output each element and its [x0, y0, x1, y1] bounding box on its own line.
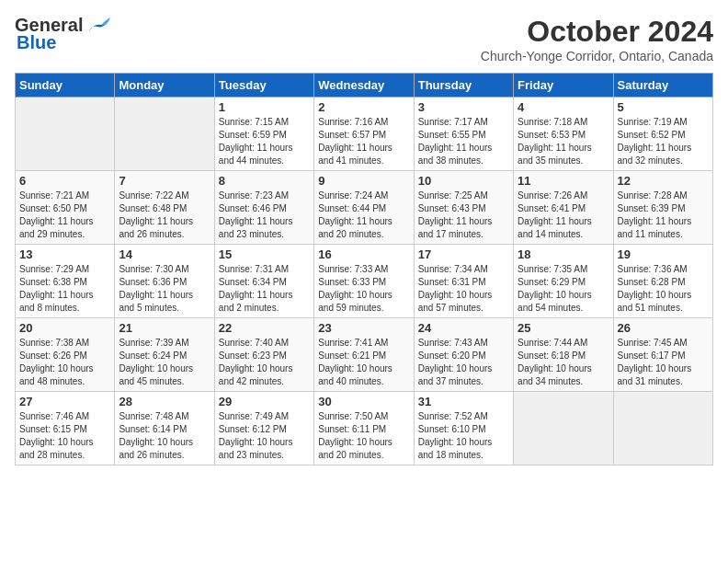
calendar-cell: 4 Sunrise: 7:18 AMSunset: 6:53 PMDayligh… — [514, 98, 613, 171]
header-row: SundayMondayTuesdayWednesdayThursdayFrid… — [16, 74, 713, 98]
day-info: Sunrise: 7:40 AMSunset: 6:23 PMDaylight:… — [219, 337, 310, 388]
calendar-cell: 25 Sunrise: 7:44 AMSunset: 6:18 PMDaylig… — [514, 318, 613, 392]
calendar-cell — [115, 98, 214, 171]
calendar-cell: 21 Sunrise: 7:39 AMSunset: 6:24 PMDaylig… — [115, 318, 214, 392]
calendar-cell: 9 Sunrise: 7:24 AMSunset: 6:44 PMDayligh… — [314, 171, 414, 245]
day-info: Sunrise: 7:26 AMSunset: 6:41 PMDaylight:… — [518, 190, 609, 241]
day-info: Sunrise: 7:25 AMSunset: 6:43 PMDaylight:… — [418, 190, 509, 241]
day-info: Sunrise: 7:45 AMSunset: 6:17 PMDaylight:… — [618, 337, 709, 388]
day-number: 17 — [418, 247, 509, 261]
header-friday: Friday — [514, 74, 613, 98]
day-info: Sunrise: 7:50 AMSunset: 6:11 PMDaylight:… — [318, 410, 409, 462]
day-number: 29 — [219, 395, 310, 408]
day-number: 10 — [418, 174, 509, 188]
calendar-cell: 17 Sunrise: 7:34 AMSunset: 6:31 PMDaylig… — [414, 245, 513, 318]
calendar-cell: 20 Sunrise: 7:38 AMSunset: 6:26 PMDaylig… — [16, 318, 115, 392]
day-number: 18 — [518, 247, 609, 261]
logo-bird-icon — [85, 16, 110, 36]
calendar-cell: 8 Sunrise: 7:23 AMSunset: 6:46 PMDayligh… — [214, 171, 313, 245]
calendar-cell: 11 Sunrise: 7:26 AMSunset: 6:41 PMDaylig… — [514, 171, 613, 245]
calendar-cell — [16, 98, 115, 171]
day-info: Sunrise: 7:18 AMSunset: 6:53 PMDaylight:… — [518, 116, 609, 167]
day-number: 13 — [19, 247, 110, 261]
day-info: Sunrise: 7:28 AMSunset: 6:39 PMDaylight:… — [618, 190, 709, 241]
day-number: 31 — [418, 395, 509, 408]
day-info: Sunrise: 7:35 AMSunset: 6:29 PMDaylight:… — [518, 263, 609, 315]
calendar-cell: 31 Sunrise: 7:52 AMSunset: 6:10 PMDaylig… — [414, 392, 513, 465]
day-number: 25 — [518, 321, 609, 335]
day-info: Sunrise: 7:49 AMSunset: 6:12 PMDaylight:… — [219, 410, 310, 462]
day-info: Sunrise: 7:23 AMSunset: 6:46 PMDaylight:… — [219, 190, 310, 241]
day-number: 12 — [618, 174, 709, 188]
header-wednesday: Wednesday — [314, 74, 414, 98]
calendar-cell: 19 Sunrise: 7:36 AMSunset: 6:28 PMDaylig… — [613, 245, 712, 318]
day-number: 26 — [618, 321, 709, 335]
day-info: Sunrise: 7:48 AMSunset: 6:14 PMDaylight:… — [119, 410, 210, 462]
month-title: October 2024 — [481, 15, 713, 49]
day-info: Sunrise: 7:24 AMSunset: 6:44 PMDaylight:… — [318, 190, 409, 241]
calendar-cell: 22 Sunrise: 7:40 AMSunset: 6:23 PMDaylig… — [214, 318, 313, 392]
day-info: Sunrise: 7:16 AMSunset: 6:57 PMDaylight:… — [318, 116, 409, 167]
day-number: 3 — [418, 100, 509, 114]
calendar-cell: 13 Sunrise: 7:29 AMSunset: 6:38 PMDaylig… — [16, 245, 115, 318]
calendar-table: SundayMondayTuesdayWednesdayThursdayFrid… — [15, 73, 713, 465]
day-info: Sunrise: 7:31 AMSunset: 6:34 PMDaylight:… — [219, 263, 310, 315]
calendar-cell: 23 Sunrise: 7:41 AMSunset: 6:21 PMDaylig… — [314, 318, 414, 392]
day-number: 15 — [219, 247, 310, 261]
week-row-1: 1 Sunrise: 7:15 AMSunset: 6:59 PMDayligh… — [16, 98, 713, 171]
day-number: 14 — [119, 247, 210, 261]
week-row-3: 13 Sunrise: 7:29 AMSunset: 6:38 PMDaylig… — [16, 245, 713, 318]
day-info: Sunrise: 7:34 AMSunset: 6:31 PMDaylight:… — [418, 263, 509, 315]
calendar-cell: 15 Sunrise: 7:31 AMSunset: 6:34 PMDaylig… — [214, 245, 313, 318]
calendar-cell: 12 Sunrise: 7:28 AMSunset: 6:39 PMDaylig… — [613, 171, 712, 245]
calendar-cell: 29 Sunrise: 7:49 AMSunset: 6:12 PMDaylig… — [214, 392, 313, 465]
logo: General Blue — [15, 15, 110, 53]
day-info: Sunrise: 7:39 AMSunset: 6:24 PMDaylight:… — [119, 337, 210, 388]
location-title: Church-Yonge Corridor, Ontario, Canada — [481, 49, 713, 63]
calendar-cell: 26 Sunrise: 7:45 AMSunset: 6:17 PMDaylig… — [613, 318, 712, 392]
calendar-cell — [613, 392, 712, 465]
title-section: October 2024 Church-Yonge Corridor, Onta… — [481, 15, 713, 63]
day-info: Sunrise: 7:41 AMSunset: 6:21 PMDaylight:… — [318, 337, 409, 388]
day-number: 20 — [19, 321, 110, 335]
day-number: 28 — [119, 395, 210, 408]
calendar-cell: 30 Sunrise: 7:50 AMSunset: 6:11 PMDaylig… — [314, 392, 414, 465]
day-number: 16 — [318, 247, 409, 261]
day-number: 21 — [119, 321, 210, 335]
calendar-cell: 27 Sunrise: 7:46 AMSunset: 6:15 PMDaylig… — [16, 392, 115, 465]
calendar-cell: 5 Sunrise: 7:19 AMSunset: 6:52 PMDayligh… — [613, 98, 712, 171]
calendar-cell: 24 Sunrise: 7:43 AMSunset: 6:20 PMDaylig… — [414, 318, 513, 392]
day-number: 8 — [219, 174, 310, 188]
calendar-cell: 16 Sunrise: 7:33 AMSunset: 6:33 PMDaylig… — [314, 245, 414, 318]
day-info: Sunrise: 7:44 AMSunset: 6:18 PMDaylight:… — [518, 337, 609, 388]
header-saturday: Saturday — [613, 74, 712, 98]
calendar-cell: 1 Sunrise: 7:15 AMSunset: 6:59 PMDayligh… — [214, 98, 313, 171]
day-info: Sunrise: 7:36 AMSunset: 6:28 PMDaylight:… — [618, 263, 709, 315]
calendar-cell: 7 Sunrise: 7:22 AMSunset: 6:48 PMDayligh… — [115, 171, 214, 245]
day-info: Sunrise: 7:43 AMSunset: 6:20 PMDaylight:… — [418, 337, 509, 388]
header-thursday: Thursday — [414, 74, 513, 98]
day-info: Sunrise: 7:29 AMSunset: 6:38 PMDaylight:… — [19, 263, 110, 315]
day-info: Sunrise: 7:30 AMSunset: 6:36 PMDaylight:… — [119, 263, 210, 315]
day-info: Sunrise: 7:15 AMSunset: 6:59 PMDaylight:… — [219, 116, 310, 167]
day-number: 2 — [318, 100, 409, 114]
day-number: 1 — [219, 100, 310, 114]
day-info: Sunrise: 7:33 AMSunset: 6:33 PMDaylight:… — [318, 263, 409, 315]
day-info: Sunrise: 7:21 AMSunset: 6:50 PMDaylight:… — [19, 190, 110, 241]
day-number: 9 — [318, 174, 409, 188]
week-row-5: 27 Sunrise: 7:46 AMSunset: 6:15 PMDaylig… — [16, 392, 713, 465]
calendar-cell: 6 Sunrise: 7:21 AMSunset: 6:50 PMDayligh… — [16, 171, 115, 245]
day-info: Sunrise: 7:17 AMSunset: 6:55 PMDaylight:… — [418, 116, 509, 167]
calendar-cell: 14 Sunrise: 7:30 AMSunset: 6:36 PMDaylig… — [115, 245, 214, 318]
header-monday: Monday — [115, 74, 214, 98]
page-header: General Blue October 2024 Church-Yonge C… — [15, 15, 713, 63]
calendar-cell: 28 Sunrise: 7:48 AMSunset: 6:14 PMDaylig… — [115, 392, 214, 465]
week-row-4: 20 Sunrise: 7:38 AMSunset: 6:26 PMDaylig… — [16, 318, 713, 392]
day-number: 23 — [318, 321, 409, 335]
day-number: 27 — [19, 395, 110, 408]
day-info: Sunrise: 7:38 AMSunset: 6:26 PMDaylight:… — [19, 337, 110, 388]
day-number: 19 — [618, 247, 709, 261]
day-number: 5 — [618, 100, 709, 114]
calendar-cell: 3 Sunrise: 7:17 AMSunset: 6:55 PMDayligh… — [414, 98, 513, 171]
header-tuesday: Tuesday — [214, 74, 313, 98]
